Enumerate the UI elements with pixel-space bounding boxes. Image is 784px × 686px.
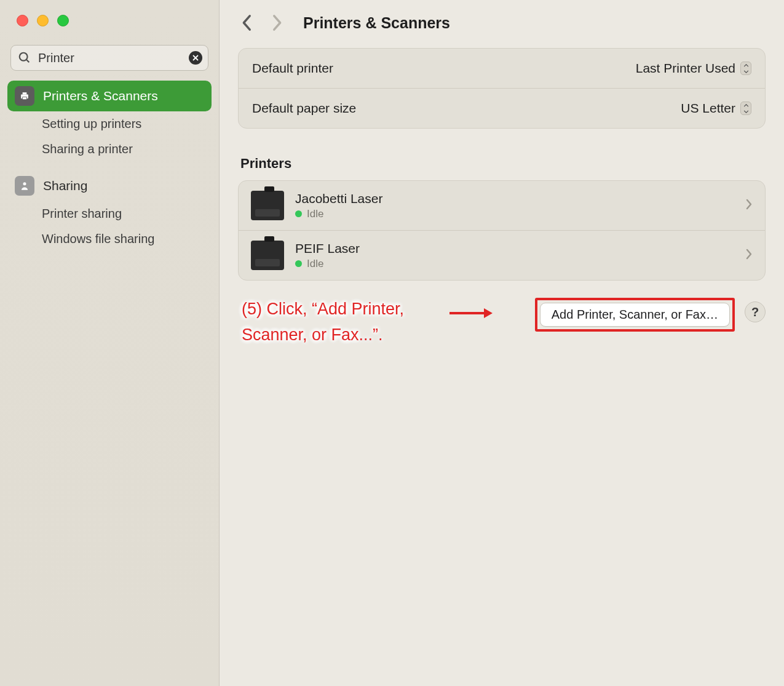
svg-line-1: [26, 60, 30, 63]
help-button[interactable]: ?: [745, 301, 766, 322]
updown-icon: [740, 102, 751, 115]
printer-thumbnail-icon: [251, 191, 284, 220]
search-input[interactable]: [10, 45, 208, 71]
printer-thumbnail-icon: [251, 241, 284, 270]
status-dot-icon: [295, 210, 302, 217]
add-printer-button[interactable]: Add Printer, Scanner, or Fax…: [540, 303, 730, 327]
printer-row[interactable]: Jacobetti Laser Idle: [239, 181, 765, 230]
updown-icon: [740, 62, 751, 75]
svg-point-7: [23, 182, 26, 185]
sidebar-item-sharing-a-printer[interactable]: Sharing a printer: [7, 137, 212, 162]
status-dot-icon: [295, 260, 302, 267]
page-title: Printers & Scanners: [303, 14, 450, 32]
sidebar-item-label: Sharing a printer: [42, 142, 133, 156]
default-printer-value: Last Printer Used: [636, 61, 735, 76]
annotation-arrow-icon: [449, 308, 493, 319]
svg-rect-6: [23, 97, 27, 100]
sidebar-item-label: Sharing: [43, 178, 87, 193]
add-button-highlight: Add Printer, Scanner, or Fax…: [535, 298, 735, 332]
default-printer-select[interactable]: Last Printer Used: [636, 61, 751, 76]
chevron-right-icon: [745, 198, 753, 213]
instruction-annotation: (5) Click, “Add Printer, Scanner, or Fax…: [242, 297, 469, 348]
printer-icon: [15, 86, 34, 106]
sharing-icon: [15, 176, 34, 196]
sidebar-item-label: Printer sharing: [42, 207, 122, 221]
search-icon: [18, 51, 31, 65]
chevron-right-icon: [745, 248, 753, 263]
nav-back-button[interactable]: [238, 14, 256, 32]
default-paper-value: US Letter: [681, 101, 735, 116]
svg-point-0: [20, 53, 28, 61]
sidebar-item-windows-file-sharing[interactable]: Windows file sharing: [7, 226, 212, 252]
printer-row[interactable]: PEIF Laser Idle: [239, 230, 765, 280]
printer-name: Jacobetti Laser: [295, 191, 734, 206]
sidebar-item-setting-up-printers[interactable]: Setting up printers: [7, 111, 212, 137]
clear-search-icon[interactable]: [189, 51, 202, 65]
printer-status: Idle: [307, 208, 323, 220]
nav-forward-button: [267, 14, 286, 32]
printer-name: PEIF Laser: [295, 241, 734, 256]
close-window-button[interactable]: [17, 15, 28, 26]
default-printer-label: Default printer: [252, 61, 333, 76]
sidebar-item-label: Windows file sharing: [42, 232, 154, 246]
sidebar-item-printers-scanners[interactable]: Printers & Scanners: [7, 81, 212, 111]
minimize-window-button[interactable]: [37, 15, 49, 26]
sidebar-item-sharing[interactable]: Sharing: [7, 170, 212, 201]
printers-section-title: Printers: [240, 156, 766, 172]
sidebar-item-printer-sharing[interactable]: Printer sharing: [7, 201, 212, 226]
sidebar-item-label: Setting up printers: [42, 117, 141, 131]
default-paper-label: Default paper size: [252, 101, 356, 116]
printer-status: Idle: [307, 258, 323, 270]
svg-rect-5: [23, 92, 27, 94]
sidebar-item-label: Printers & Scanners: [43, 89, 158, 103]
default-paper-select[interactable]: US Letter: [681, 101, 751, 116]
svg-marker-9: [484, 308, 493, 318]
zoom-window-button[interactable]: [57, 15, 69, 26]
